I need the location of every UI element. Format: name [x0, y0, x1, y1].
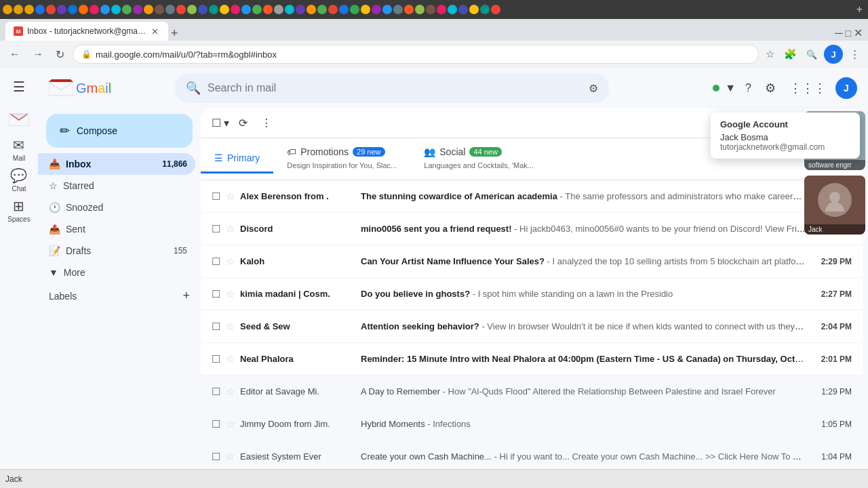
social-tab-label: Social	[439, 146, 465, 157]
email-main-pane: ☐ ▾ ⟳ ⋮ 1-50 of 19, ‹ › ☰ Primary 🏷	[201, 108, 863, 483]
more-options-button[interactable]: ⋮	[257, 114, 276, 132]
email-star[interactable]: ☆	[226, 223, 235, 235]
email-row[interactable]: ☐ ☆ Editor at Savage Mi. A Day to Rememb…	[201, 375, 863, 408]
email-checkbox[interactable]: ☐	[212, 288, 220, 300]
extension-button[interactable]: 🧩	[781, 45, 800, 63]
email-sender: Neal Phalora	[240, 354, 355, 364]
new-tab-button[interactable]: +	[854, 3, 865, 16]
email-checkbox[interactable]: ☐	[212, 321, 220, 333]
promotions-preview: Design Inspiration for You, Slac...	[287, 161, 397, 169]
sidebar-item-drafts[interactable]: 📝 Drafts 155	[38, 240, 195, 262]
email-sender: Jimmy Doom from Jim.	[240, 419, 355, 429]
more-icon: ▼	[49, 267, 58, 278]
search-bar[interactable]: 🔍 ⚙	[175, 73, 609, 103]
email-checkbox[interactable]: ☐	[212, 223, 220, 235]
compose-button[interactable]: ✏ Compose	[46, 114, 193, 148]
email-time: 1:05 PM	[811, 420, 852, 429]
email-checkbox[interactable]: ☐	[212, 256, 220, 268]
email-star[interactable]: ☆	[226, 321, 235, 333]
email-checkbox[interactable]: ☐	[212, 190, 220, 203]
account-avatar-button[interactable]: J	[835, 77, 857, 99]
drafts-count: 155	[174, 246, 187, 256]
forward-button[interactable]: →	[28, 45, 47, 63]
svg-point-3	[829, 192, 840, 203]
tab-promotions[interactable]: 🏷 Promotions 29 new Design Inspiration f…	[273, 138, 410, 180]
email-subject-preview: A Day to Remember - How "Al-Quds Flood" …	[361, 386, 806, 396]
snoozed-icon: 🕐	[49, 202, 60, 213]
sent-icon: 📤	[49, 224, 60, 235]
inbox-icon: 📥	[49, 159, 60, 169]
email-row[interactable]: ☐ ☆ kimia madani | Cosm. Do you believe …	[201, 278, 863, 310]
drafts-icon: 📝	[49, 245, 60, 256]
email-time: 2:01 PM	[811, 354, 852, 364]
email-star[interactable]: ☆	[226, 451, 235, 463]
refresh-button[interactable]: ⟳	[235, 114, 252, 132]
sidebar-item-snoozed[interactable]: 🕐 Snoozed	[38, 197, 195, 218]
promotions-tab-icon: 🏷	[287, 146, 296, 157]
maximize-button[interactable]: □	[846, 28, 851, 39]
email-row[interactable]: ☐ ☆ Kaloh Can Your Artist Name Influence…	[201, 245, 863, 278]
minimize-button[interactable]: ─	[835, 27, 842, 39]
email-row[interactable]: ☐ ☆ Discord mino0056 sent you a friend r…	[201, 213, 863, 245]
email-time: 1:29 PM	[811, 387, 852, 396]
sidebar-item-more[interactable]: ▼ More	[38, 262, 195, 283]
email-row[interactable]: ☐ ☆ Neal Phalora Reminder: 15 Minute Int…	[201, 343, 863, 375]
profile-button[interactable]: J	[824, 45, 843, 64]
social-tab-icon: 👥	[424, 146, 435, 157]
email-subject-preview: Can Your Artist Name Influence Your Sale…	[361, 256, 806, 266]
sidebar-item-starred[interactable]: ☆ Starred	[38, 175, 195, 197]
email-row[interactable]: ☐ ☆ Easiest System Ever Create your own …	[201, 441, 863, 473]
primary-tab-icon: ☰	[214, 152, 223, 163]
tab-primary[interactable]: ☰ Primary	[201, 144, 273, 174]
hamburger-menu-button[interactable]: ☰	[7, 73, 31, 100]
sent-label: Sent	[66, 224, 85, 235]
address-bar[interactable]: 🔒 mail.google.com/mail/u/0/?tab=rm&ogbl#…	[73, 45, 759, 64]
gmail-wordmark: Gmail	[76, 81, 111, 96]
email-star[interactable]: ☆	[226, 288, 235, 300]
filter-icon[interactable]: ⚙	[589, 82, 598, 95]
drafts-label: Drafts	[66, 245, 91, 256]
tab-social[interactable]: 👥 Social 44 new Languages and Cocktails,…	[410, 138, 547, 180]
sidebar-item-chat[interactable]: 💬 Chat	[7, 165, 30, 195]
help-button[interactable]: ?	[741, 78, 755, 98]
email-checkbox[interactable]: ☐	[212, 353, 220, 365]
email-star[interactable]: ☆	[226, 386, 235, 398]
browser-tab-gmail[interactable]: M Inbox - tutorjacknetwork@gmail.com - G…	[5, 22, 168, 41]
sidebar-item-inbox[interactable]: 📥 Inbox 11,866	[38, 153, 195, 175]
bookmark-button[interactable]: ☆	[763, 45, 777, 63]
back-button[interactable]: ←	[5, 45, 24, 63]
settings-button[interactable]: ⚙	[761, 77, 780, 100]
close-window-button[interactable]: ✕	[854, 26, 863, 39]
tooltip-name: Jack Bosma	[720, 132, 850, 142]
email-row[interactable]: ☐ ☆ Jimmy Doom from Jim. Hybrid Moments …	[201, 408, 863, 441]
new-tab-browser-button[interactable]: +	[171, 26, 178, 41]
email-sender: Discord	[240, 224, 355, 234]
lock-icon: 🔒	[81, 49, 92, 59]
email-star[interactable]: ☆	[226, 418, 235, 430]
sidebar-item-mail[interactable]: ✉ Mail	[10, 134, 28, 165]
email-row[interactable]: ☐ ☆ Seed & Sew Attention seeking behavio…	[201, 310, 863, 343]
add-label-button[interactable]: +	[182, 289, 190, 303]
starred-label: Starred	[63, 180, 94, 191]
promotions-tab-label: Promotions	[300, 146, 349, 157]
sidebar-item-spaces[interactable]: ⊞ Spaces	[5, 195, 33, 226]
search-input[interactable]	[208, 82, 582, 94]
select-all-checkbox[interactable]: ☐ ▾	[212, 117, 229, 129]
email-star[interactable]: ☆	[226, 190, 235, 203]
email-row[interactable]: ☐ ☆ Alex Berenson from . The stunning co…	[201, 180, 863, 213]
google-apps-button[interactable]: ⋮⋮⋮	[785, 77, 830, 100]
compose-icon: ✏	[60, 123, 70, 138]
menu-button[interactable]: ⋮	[847, 45, 863, 63]
close-tab-button[interactable]: ✕	[150, 26, 160, 37]
sidebar-item-sent[interactable]: 📤 Sent	[38, 218, 195, 240]
email-checkbox[interactable]: ☐	[212, 418, 220, 430]
email-star[interactable]: ☆	[226, 256, 235, 268]
reload-button[interactable]: ↻	[52, 45, 68, 64]
email-checkbox[interactable]: ☐	[212, 451, 220, 463]
email-star[interactable]: ☆	[226, 353, 235, 365]
tooltip-title: Google Account	[720, 119, 850, 129]
bottom-status-bar: Jack	[0, 469, 868, 488]
chrome-extension-1[interactable]: 🔍	[804, 47, 820, 62]
dropdown-button[interactable]: ▼	[725, 82, 736, 94]
email-checkbox[interactable]: ☐	[212, 386, 220, 398]
